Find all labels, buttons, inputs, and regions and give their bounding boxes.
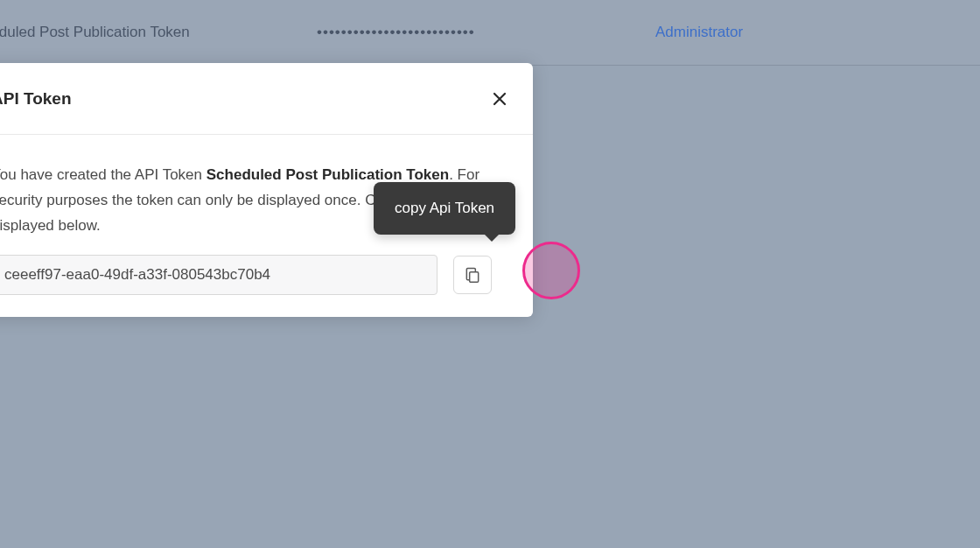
topbar: Scheduled Post Publication Token •••••••… [0,0,980,66]
token-value-field[interactable]: ceeeff97-eaa0-49df-a33f-080543bc70b4 [0,255,438,295]
modal-text-prefix: You have created the API Token [0,166,206,183]
tooltip-text: copy Api Token [395,200,494,216]
topbar-token-name: Scheduled Post Publication Token [0,24,190,41]
copy-tooltip: copy Api Token [374,182,515,235]
close-icon [493,92,507,106]
svg-rect-0 [470,271,479,282]
copy-token-button[interactable] [453,256,492,294]
topbar-masked-token: •••••••••••••••••••••••••• [317,24,475,41]
topbar-role[interactable]: Administrator [655,24,743,41]
modal-text-bold: Scheduled Post Publication Token [206,166,449,183]
copy-icon [464,266,481,284]
token-value-text: ceeeff97-eaa0-49df-a33f-080543bc70b4 [4,266,270,284]
modal-header: API Token [0,63,533,135]
modal-title: API Token [0,89,72,109]
close-button[interactable] [491,90,508,108]
token-row: ceeeff97-eaa0-49df-a33f-080543bc70b4 [0,255,508,295]
modal-text-post1: . [449,166,453,183]
